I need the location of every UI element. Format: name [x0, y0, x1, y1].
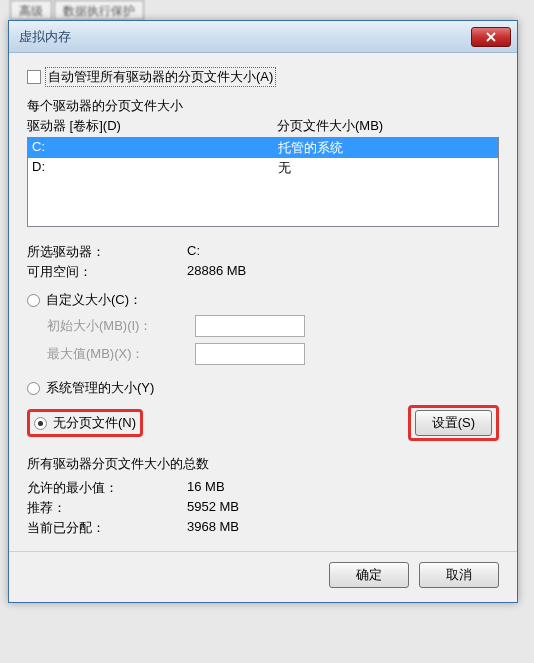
custom-size-radio-row[interactable]: 自定义大小(C)：: [27, 291, 499, 309]
close-button[interactable]: [471, 27, 511, 47]
auto-manage-checkbox[interactable]: [27, 70, 41, 84]
drive-status: 无: [278, 159, 494, 177]
initial-size-row: 初始大小(MB)(I)：: [47, 315, 499, 337]
close-icon: [486, 32, 496, 42]
drive-list[interactable]: C: 托管的系统 D: 无: [27, 137, 499, 227]
free-space-label: 可用空间：: [27, 263, 187, 281]
drive-status: 托管的系统: [278, 139, 494, 157]
auto-manage-row: 自动管理所有驱动器的分页文件大小(A): [27, 67, 499, 87]
system-managed-radio[interactable]: [27, 382, 40, 395]
max-size-label: 最大值(MB)(X)：: [47, 345, 195, 363]
initial-size-input[interactable]: [195, 315, 305, 337]
max-size-input[interactable]: [195, 343, 305, 365]
bg-tab: 高级: [10, 0, 52, 20]
cancel-button[interactable]: 取消: [419, 562, 499, 588]
titlebar: 虚拟内存: [9, 21, 517, 53]
col-size-header: 分页文件大小(MB): [277, 117, 499, 135]
ok-button[interactable]: 确定: [329, 562, 409, 588]
set-button-highlight: 设置(S): [408, 405, 499, 441]
drive-row[interactable]: C: 托管的系统: [28, 138, 498, 158]
recommended-label: 推荐：: [27, 499, 187, 517]
totals-label: 所有驱动器分页文件大小的总数: [27, 455, 499, 473]
system-managed-radio-row[interactable]: 系统管理的大小(Y): [27, 379, 499, 397]
current-value: 3968 MB: [187, 519, 499, 537]
bg-tab: 数据执行保护: [54, 0, 144, 20]
no-paging-label: 无分页文件(N): [53, 414, 136, 432]
max-size-row: 最大值(MB)(X)：: [47, 343, 499, 365]
free-space-value: 28886 MB: [187, 263, 499, 281]
list-headers: 驱动器 [卷标](D) 分页文件大小(MB): [27, 117, 499, 135]
selected-drive-value: C:: [187, 243, 499, 261]
initial-size-label: 初始大小(MB)(I)：: [47, 317, 195, 335]
no-paging-highlight: 无分页文件(N): [27, 409, 143, 437]
auto-manage-label[interactable]: 自动管理所有驱动器的分页文件大小(A): [45, 67, 276, 87]
dialog-content: 自动管理所有驱动器的分页文件大小(A) 每个驱动器的分页文件大小 驱动器 [卷标…: [9, 53, 517, 551]
min-allowed-label: 允许的最小值：: [27, 479, 187, 497]
system-managed-label: 系统管理的大小(Y): [46, 379, 154, 397]
recommended-value: 5952 MB: [187, 499, 499, 517]
drive-row[interactable]: D: 无: [28, 158, 498, 178]
current-label: 当前已分配：: [27, 519, 187, 537]
background-tabs: 高级 数据执行保护: [0, 0, 534, 20]
dialog-title: 虚拟内存: [19, 28, 71, 46]
selected-drive-label: 所选驱动器：: [27, 243, 187, 261]
virtual-memory-dialog: 虚拟内存 自动管理所有驱动器的分页文件大小(A) 每个驱动器的分页文件大小 驱动…: [8, 20, 518, 603]
drive-name: C:: [32, 139, 278, 157]
no-paging-radio[interactable]: [34, 417, 47, 430]
drive-name: D:: [32, 159, 278, 177]
dialog-buttons: 确定 取消: [9, 551, 517, 602]
selected-drive-info: 所选驱动器： C: 可用空间： 28886 MB: [27, 243, 499, 281]
custom-size-label: 自定义大小(C)：: [46, 291, 142, 309]
per-drive-label: 每个驱动器的分页文件大小: [27, 97, 499, 115]
custom-size-radio[interactable]: [27, 294, 40, 307]
set-button[interactable]: 设置(S): [415, 410, 492, 436]
col-drive-header: 驱动器 [卷标](D): [27, 117, 277, 135]
min-allowed-value: 16 MB: [187, 479, 499, 497]
